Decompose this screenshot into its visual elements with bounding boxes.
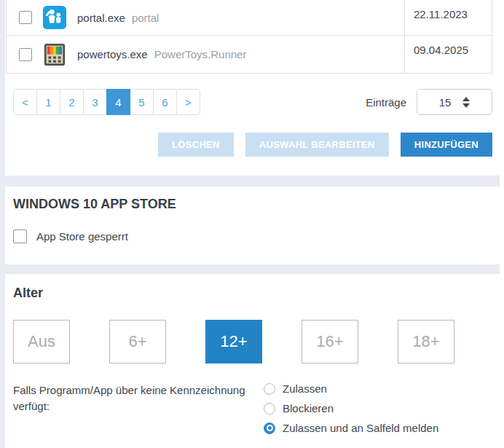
app-list-panel: portal.exe portal 22.11.2023	[0, 0, 504, 176]
spinner-icon	[462, 97, 470, 108]
age-section: Alter Aus 6+ 12+ 16+ 18+ Falls Programm/…	[0, 274, 504, 441]
app-table: portal.exe portal 22.11.2023	[6, 0, 492, 74]
radio-option-zulassen-melden-selected[interactable]: Zulassen und an Salfeld melden	[264, 422, 438, 434]
pagination-prev-button[interactable]: <	[13, 89, 37, 115]
age-option-6[interactable]: 6+	[109, 320, 166, 363]
fallback-question-label: Falls Programm/App über keine Kennzeichn…	[13, 382, 264, 441]
radio-icon[interactable]	[264, 403, 275, 414]
app-store-blocked-checkbox-row[interactable]: App Store gesperrt	[13, 229, 504, 243]
app-date: 22.11.2023	[404, 0, 492, 35]
add-button[interactable]: HINZUFÜGEN	[401, 133, 492, 157]
age-option-18[interactable]: 18+	[398, 320, 454, 363]
delete-button[interactable]: LÖSCHEN	[158, 133, 234, 157]
app-cell: portal.exe portal	[7, 0, 404, 35]
table-row[interactable]: portal.exe portal 22.11.2023	[7, 0, 492, 36]
section-title: WINDOWS 10 APP STORE	[13, 196, 504, 212]
pagination-next-button[interactable]: >	[176, 89, 200, 115]
age-option-aus[interactable]: Aus	[13, 320, 70, 363]
edit-selection-button[interactable]: AUSWAHL BEARBEITEN	[245, 133, 389, 157]
pagination-page-6[interactable]: 6	[153, 89, 177, 115]
portal-app-icon	[42, 5, 67, 30]
pagination-page-4-active[interactable]: 4	[106, 89, 130, 115]
app-filename: powertoys.exe	[77, 48, 148, 60]
radio-option-zulassen[interactable]: Zulassen	[264, 382, 438, 395]
app-store-blocked-checkbox[interactable]	[13, 229, 27, 243]
entries-per-page: Einträge 15	[366, 89, 492, 115]
app-cell: powertoys.exe PowerToys.Runner	[7, 36, 404, 73]
entries-count-select[interactable]: 15	[417, 89, 492, 115]
section-divider	[0, 264, 500, 274]
action-buttons: LÖSCHEN AUSWAHL BEARBEITEN HINZUFÜGEN	[6, 133, 492, 157]
app-store-section: WINDOWS 10 APP STORE App Store gesperrt	[0, 186, 504, 264]
pagination-page-5[interactable]: 5	[130, 89, 154, 115]
app-date: 09.04.2025	[404, 36, 492, 73]
table-controls: < 1 2 3 4 5 6 > Einträge 15	[13, 89, 492, 115]
app-filename: portal.exe	[77, 12, 125, 24]
app-display-name: portal	[132, 12, 160, 24]
radio-option-blockieren[interactable]: Blockieren	[264, 402, 438, 414]
fallback-radio-group: Zulassen Blockieren Zulassen und an Salf…	[264, 382, 438, 441]
pagination: < 1 2 3 4 5 6 >	[13, 89, 200, 115]
entries-value: 15	[439, 96, 452, 109]
entries-label: Einträge	[366, 96, 406, 109]
age-option-12-selected[interactable]: 12+	[205, 320, 262, 363]
section-title: Alter	[13, 285, 504, 301]
app-display-name: PowerToys.Runner	[154, 48, 247, 60]
age-option-16[interactable]: 16+	[302, 320, 358, 363]
powertoys-app-icon	[42, 42, 67, 67]
radio-label: Zulassen und an Salfeld melden	[283, 422, 438, 434]
row-checkbox[interactable]	[19, 48, 32, 61]
age-rating-options: Aus 6+ 12+ 16+ 18+	[13, 320, 494, 363]
pagination-page-1[interactable]: 1	[36, 89, 60, 115]
section-divider	[0, 176, 500, 186]
radio-label: Zulassen	[283, 382, 327, 395]
radio-label: Blockieren	[283, 402, 334, 414]
pagination-page-3[interactable]: 3	[83, 89, 107, 115]
no-rating-fallback: Falls Programm/App über keine Kennzeichn…	[13, 382, 504, 441]
row-checkbox[interactable]	[19, 11, 32, 24]
radio-icon[interactable]	[264, 383, 275, 395]
radio-icon-checked[interactable]	[264, 423, 275, 434]
page-left-margin	[0, 0, 5, 448]
pagination-page-2[interactable]: 2	[60, 89, 84, 115]
table-row[interactable]: powertoys.exe PowerToys.Runner 09.04.202…	[7, 36, 492, 73]
checkbox-label: App Store gesperrt	[36, 230, 128, 243]
